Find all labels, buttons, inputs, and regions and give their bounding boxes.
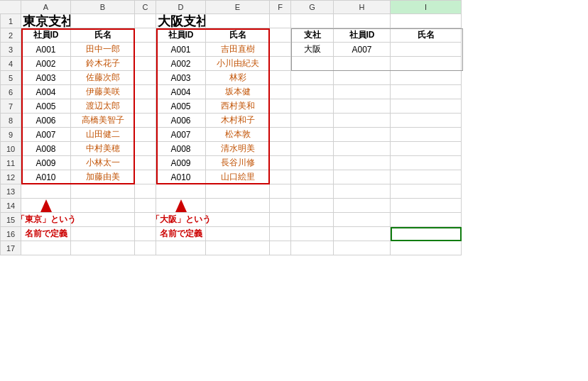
cell-b1[interactable]: [71, 14, 135, 28]
col-header-h[interactable]: H: [334, 0, 391, 14]
row-header-12[interactable]: 12: [0, 170, 21, 184]
cell-c7[interactable]: [135, 99, 156, 114]
cell-f8[interactable]: [270, 114, 291, 128]
cell-c3[interactable]: [135, 43, 156, 57]
cell-g15[interactable]: [291, 213, 334, 227]
cell-d17[interactable]: [156, 241, 206, 255]
cell-c16[interactable]: [135, 227, 156, 241]
row-header-6[interactable]: 6: [0, 85, 21, 99]
cell-h1[interactable]: [334, 14, 391, 28]
cell-d7[interactable]: A005: [156, 99, 206, 114]
cell-g10[interactable]: [291, 142, 334, 156]
cell-f6[interactable]: [270, 85, 291, 99]
cell-g4[interactable]: [291, 57, 334, 71]
cell-d8[interactable]: A006: [156, 114, 206, 128]
cell-c17[interactable]: [135, 241, 156, 255]
cell-e7[interactable]: 西村美和: [206, 99, 270, 114]
cell-g7[interactable]: [291, 99, 334, 114]
cell-c11[interactable]: [135, 156, 156, 170]
col-header-i[interactable]: I: [391, 0, 462, 14]
cell-i8[interactable]: [391, 114, 462, 128]
cell-h14[interactable]: [334, 199, 391, 213]
cell-a11[interactable]: A009: [21, 156, 71, 170]
cell-i1[interactable]: [391, 14, 462, 28]
cell-g2[interactable]: 支社: [291, 28, 334, 43]
cell-h2[interactable]: 社員ID: [334, 28, 391, 43]
cell-g6[interactable]: [291, 85, 334, 99]
cell-a9[interactable]: A007: [21, 128, 71, 142]
cell-e13[interactable]: [206, 184, 270, 199]
cell-a8[interactable]: A006: [21, 114, 71, 128]
cell-g12[interactable]: [291, 170, 334, 184]
cell-d9[interactable]: A007: [156, 128, 206, 142]
cell-e3[interactable]: 吉田直樹: [206, 43, 270, 57]
cell-i4[interactable]: [391, 57, 462, 71]
cell-f3[interactable]: [270, 43, 291, 57]
cell-h5[interactable]: [334, 71, 391, 85]
row-header-7[interactable]: 7: [0, 99, 21, 114]
cell-c1[interactable]: [135, 14, 156, 28]
cell-d10[interactable]: A008: [156, 142, 206, 156]
cell-a10[interactable]: A008: [21, 142, 71, 156]
cell-b16[interactable]: [71, 227, 135, 241]
row-header-13[interactable]: 13: [0, 184, 21, 199]
cell-h15[interactable]: [334, 213, 391, 227]
col-header-a[interactable]: A: [21, 0, 71, 14]
cell-g1[interactable]: [291, 14, 334, 28]
cell-f14[interactable]: [270, 199, 291, 213]
cell-i12[interactable]: [391, 170, 462, 184]
col-header-c[interactable]: C: [135, 0, 156, 14]
cell-h9[interactable]: [334, 128, 391, 142]
cell-a14[interactable]: [21, 199, 71, 213]
cell-h8[interactable]: [334, 114, 391, 128]
cell-i6[interactable]: [391, 85, 462, 99]
cell-e4[interactable]: 小川由紀夫: [206, 57, 270, 71]
cell-a12[interactable]: A010: [21, 170, 71, 184]
cell-e6[interactable]: 坂本健: [206, 85, 270, 99]
cell-h13[interactable]: [334, 184, 391, 199]
cell-d11[interactable]: A009: [156, 156, 206, 170]
col-header-b[interactable]: B: [71, 0, 135, 14]
cell-i10[interactable]: [391, 142, 462, 156]
cell-b11[interactable]: 小林太一: [71, 156, 135, 170]
cell-g9[interactable]: [291, 128, 334, 142]
cell-c4[interactable]: [135, 57, 156, 71]
cell-i3[interactable]: [391, 43, 462, 57]
cell-d4[interactable]: A002: [156, 57, 206, 71]
cell-d1[interactable]: 大阪支社: [156, 14, 206, 28]
row-header-4[interactable]: 4: [0, 57, 21, 71]
cell-e9[interactable]: 松本敦: [206, 128, 270, 142]
cell-c10[interactable]: [135, 142, 156, 156]
cell-e11[interactable]: 長谷川修: [206, 156, 270, 170]
cell-g11[interactable]: [291, 156, 334, 170]
row-header-1[interactable]: 1: [0, 14, 21, 28]
cell-f7[interactable]: [270, 99, 291, 114]
cell-e1[interactable]: [206, 14, 270, 28]
cell-e17[interactable]: [206, 241, 270, 255]
cell-g16[interactable]: [291, 227, 334, 241]
cell-f13[interactable]: [270, 184, 291, 199]
cell-b13[interactable]: [71, 184, 135, 199]
cell-b14[interactable]: [71, 199, 135, 213]
cell-h16[interactable]: [334, 227, 391, 241]
cell-h3[interactable]: A007: [334, 43, 391, 57]
cell-d14[interactable]: [156, 199, 206, 213]
cell-i2[interactable]: 氏名: [391, 28, 462, 43]
cell-i7[interactable]: [391, 99, 462, 114]
cell-h4[interactable]: [334, 57, 391, 71]
cell-e15[interactable]: [206, 213, 270, 227]
cell-d13[interactable]: [156, 184, 206, 199]
cell-e12[interactable]: 山口絵里: [206, 170, 270, 184]
row-header-11[interactable]: 11: [0, 156, 21, 170]
cell-a13[interactable]: [21, 184, 71, 199]
cell-g17[interactable]: [291, 241, 334, 255]
cell-b3[interactable]: 田中一郎: [71, 43, 135, 57]
cell-g13[interactable]: [291, 184, 334, 199]
cell-e5[interactable]: 林彩: [206, 71, 270, 85]
cell-d2[interactable]: 社員ID: [156, 28, 206, 43]
cell-c13[interactable]: [135, 184, 156, 199]
cell-h10[interactable]: [334, 142, 391, 156]
cell-d12[interactable]: A010: [156, 170, 206, 184]
cell-a3[interactable]: A001: [21, 43, 71, 57]
cell-b9[interactable]: 山田健二: [71, 128, 135, 142]
